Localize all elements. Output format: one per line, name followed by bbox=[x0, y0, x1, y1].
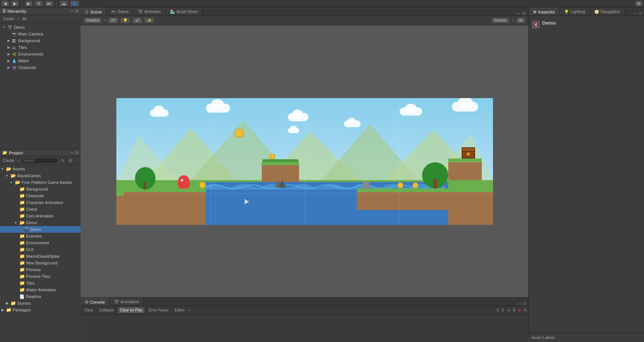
right-maximize[interactable]: ⊡ bbox=[639, 11, 642, 15]
shaded-btn[interactable]: Shaded bbox=[84, 18, 101, 23]
file-readme[interactable]: 📄 Readme bbox=[0, 293, 81, 300]
hierarchy-item-camera[interactable]: 📷 Main Camera bbox=[0, 31, 81, 37]
clear-btn[interactable]: Clear bbox=[83, 308, 95, 313]
project-minimize[interactable]: — bbox=[70, 151, 74, 155]
cloud6 bbox=[452, 102, 478, 112]
tab-lighting[interactable]: 💡 Lighting bbox=[560, 8, 590, 15]
maximize-center[interactable]: ⊡ bbox=[522, 11, 525, 15]
tab-animator[interactable]: 🎬 Animator bbox=[133, 8, 166, 15]
bottom-maximize[interactable]: ⊡ bbox=[523, 301, 526, 305]
project-search-input[interactable] bbox=[21, 158, 58, 164]
scene-canvas bbox=[116, 98, 493, 225]
gizmos-btn[interactable]: Gizmos bbox=[491, 18, 509, 23]
all-btn[interactable]: All bbox=[516, 18, 525, 23]
cloud5 bbox=[400, 107, 422, 116]
folder-demo-scene[interactable]: 🎬 Demo bbox=[0, 226, 81, 233]
tab-scene[interactable]: ⬡ Scene bbox=[81, 8, 107, 15]
back-btn[interactable]: ◀ bbox=[1, 1, 9, 6]
effects-btn[interactable]: ✨ bbox=[144, 18, 154, 23]
hierarchy-create-btn[interactable]: Create bbox=[1, 16, 16, 21]
folder-background[interactable]: 📁 Background bbox=[0, 186, 81, 192]
char-eye-l bbox=[181, 179, 183, 181]
inspector-tab-icon: ⊞ bbox=[533, 10, 536, 14]
project-create-btn[interactable]: Create bbox=[1, 158, 16, 163]
project-title: Project bbox=[9, 151, 23, 155]
hierarchy-item-character[interactable]: ▶ 👾 Character bbox=[0, 64, 81, 71]
folder-enemies[interactable]: 📁 Enemies bbox=[0, 233, 81, 239]
inspector-speaker-icon: 🔇 bbox=[532, 21, 540, 29]
hierarchy-all-btn[interactable]: All bbox=[21, 16, 28, 21]
folder-free-platform[interactable]: ▾ 📂 Free Platform Game Assets bbox=[0, 179, 81, 186]
tab-inspector[interactable]: ⊞ Inspector bbox=[529, 8, 560, 15]
console-toolbar: Clear Collapse Clear on Play Error Pause… bbox=[81, 306, 528, 315]
project-refresh-btn[interactable]: ↻ bbox=[60, 158, 66, 163]
clear-on-play-btn[interactable]: Clear on Play bbox=[118, 307, 144, 313]
play-btn[interactable]: ▶ bbox=[25, 1, 32, 6]
hierarchy-item-background[interactable]: ▶ 🖼 Background bbox=[0, 37, 81, 44]
pause-btn[interactable]: ⏸ bbox=[35, 1, 43, 6]
folder-preview[interactable]: 📁 Preview bbox=[0, 266, 81, 273]
cloud-btn[interactable]: ☁ bbox=[60, 1, 68, 6]
tab-asset-store[interactable]: 🏪 Asset Store bbox=[166, 8, 202, 15]
minimize-center[interactable]: — bbox=[516, 11, 520, 15]
right-minimize[interactable]: — bbox=[634, 11, 637, 15]
mode2d-btn[interactable]: 2D bbox=[108, 18, 118, 23]
hierarchy-item-water[interactable]: ▶ 💧 Water bbox=[0, 57, 81, 64]
folder-bayatgames[interactable]: ▾ 📂 BayatGames bbox=[0, 172, 81, 179]
folder-new-background[interactable]: 📁 New Background bbox=[0, 260, 81, 266]
hierarchy-item-demo[interactable]: ▾ 🎬 Demo bbox=[0, 24, 81, 31]
folder-demo[interactable]: ▾ 📂 Demo bbox=[0, 219, 81, 226]
tree-left-trunk bbox=[143, 182, 146, 189]
folder-tiles[interactable]: 📁 Tiles bbox=[0, 280, 81, 286]
hierarchy-item-environments[interactable]: ▶ 🌿 Environments bbox=[0, 51, 81, 57]
scene-view[interactable] bbox=[81, 25, 528, 297]
chest bbox=[462, 147, 475, 159]
inspector-header-row: 🔇 Demo bbox=[532, 19, 641, 30]
console-tab-icon: ⊡ bbox=[85, 300, 88, 304]
folder-preview-tiles[interactable]: 📁 Preview Tiles bbox=[0, 273, 81, 280]
folder-water-animation[interactable]: 📁 Water Animation bbox=[0, 286, 81, 293]
project-maximize[interactable]: ⊡ bbox=[75, 151, 78, 155]
tab-game[interactable]: 🎮 Game bbox=[107, 8, 133, 15]
error-icon: ⊗ bbox=[518, 308, 521, 312]
folder-character-animation[interactable]: 📁 Character Animation bbox=[0, 199, 81, 206]
hierarchy-item-tiles[interactable]: ▶ 🗂 Tiles bbox=[0, 44, 81, 51]
folder-scenes[interactable]: ▶ 📁 Scenes bbox=[0, 300, 81, 307]
spike bbox=[273, 180, 288, 188]
hierarchy-minimize[interactable]: — bbox=[70, 9, 74, 13]
light-btn[interactable]: 💡 bbox=[120, 18, 130, 23]
folder-mace-saw-spike[interactable]: 📁 Mace&Saw&Spike bbox=[0, 253, 81, 260]
folder-packages[interactable]: ▶ 📁 Packages bbox=[0, 307, 81, 313]
hierarchy-title: Hierarchy bbox=[7, 9, 26, 13]
tab-animation[interactable]: 🎬 Animation bbox=[110, 298, 144, 305]
folder-environment[interactable]: 📁 Environment bbox=[0, 239, 81, 246]
folder-character[interactable]: 📁 Character bbox=[0, 192, 81, 199]
console-content bbox=[81, 315, 528, 342]
hierarchy-maximize[interactable]: ⊡ bbox=[75, 9, 78, 13]
center-area: ⬡ Scene 🎮 Game 🎬 Animator 🏪 Asset Store … bbox=[81, 7, 528, 342]
animation-tab-icon: 🎬 bbox=[114, 300, 119, 304]
hierarchy-header: ☰ Hierarchy — ⊡ bbox=[0, 7, 81, 15]
audio-btn[interactable]: 🔊 bbox=[132, 18, 142, 23]
cloud2 bbox=[206, 104, 230, 113]
layout-btn[interactable]: ⊞ bbox=[635, 1, 643, 6]
account-btn[interactable]: 👤 bbox=[70, 1, 79, 6]
coin-right2 bbox=[412, 182, 418, 188]
tab-navigation[interactable]: 🧭 Navigation bbox=[590, 8, 625, 15]
platform-right-dirt bbox=[357, 192, 493, 210]
step-btn[interactable]: ⏭ bbox=[45, 1, 53, 6]
editor-btn[interactable]: Editor bbox=[173, 308, 186, 313]
project-header: 📁 Project — ⊡ bbox=[0, 149, 81, 157]
folder-coin-animation[interactable]: 📁 Coin Animation bbox=[0, 213, 81, 219]
tab-console[interactable]: ⊡ Console bbox=[81, 298, 110, 305]
folder-chest[interactable]: 📁 Chest bbox=[0, 206, 81, 213]
bottom-minimize[interactable]: — bbox=[518, 301, 522, 305]
folder-gui[interactable]: 📁 GUI bbox=[0, 246, 81, 253]
project-list-btn[interactable]: ☰ bbox=[67, 158, 73, 163]
collapse-btn[interactable]: Collapse bbox=[98, 308, 115, 313]
forward-btn[interactable]: ▶ bbox=[11, 1, 19, 6]
enemy-right bbox=[362, 181, 370, 189]
error-pause-btn[interactable]: Error Pause bbox=[147, 308, 170, 313]
folder-assets[interactable]: ▾ 📂 Assets bbox=[0, 166, 81, 172]
hierarchy-content: ▾ 🎬 Demo 📷 Main Camera ▶ 🖼 Background ▶ … bbox=[0, 23, 81, 149]
